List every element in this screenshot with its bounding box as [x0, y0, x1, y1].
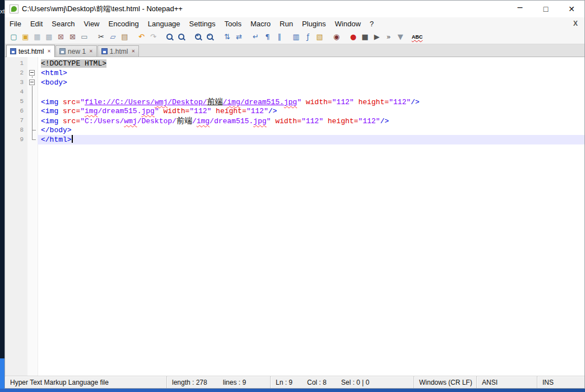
menu-item-language[interactable]: Language: [143, 18, 185, 29]
close-button[interactable]: ✕: [559, 1, 584, 17]
tab-1-html[interactable]: 1.html✕: [97, 45, 139, 57]
code-text[interactable]: <img src="img/dream515.jpg" width="112" …: [38, 106, 584, 116]
copy-icon: ▱: [110, 33, 116, 40]
menu-item-window[interactable]: Window: [331, 18, 365, 29]
function-list-button[interactable]: ƒ: [302, 31, 314, 43]
editor-line-6: 6<img src="img/dream515.jpg" width="112"…: [5, 106, 584, 116]
open-folder-button[interactable]: ▣: [20, 31, 31, 43]
status-insert-mode[interactable]: INS: [537, 376, 584, 388]
toolbar-separator: [159, 32, 164, 42]
save-all-button[interactable]: ▩: [43, 31, 55, 43]
notepadpp-app-icon[interactable]: [10, 4, 18, 13]
tab-new-1[interactable]: new 1✕: [55, 45, 97, 57]
code-text[interactable]: <img src="file://C:/Users/wmj/Desktop/前端…: [38, 97, 584, 106]
find-icon: [166, 33, 174, 40]
line-number[interactable]: 9: [5, 135, 27, 144]
paste-button[interactable]: ▤: [119, 31, 131, 43]
line-number[interactable]: 4: [5, 87, 27, 97]
fold-toggle[interactable]: [27, 78, 38, 87]
close-tab-icon[interactable]: ✕: [130, 49, 135, 54]
status-eol-format[interactable]: Windows (CR LF): [414, 376, 477, 388]
save-button[interactable]: ▦: [31, 31, 43, 43]
close-all-button[interactable]: ⊠: [67, 31, 78, 43]
line-number[interactable]: 1: [5, 59, 27, 68]
find-button[interactable]: [164, 31, 176, 43]
code-segment: width=: [306, 98, 332, 106]
spell-check-button[interactable]: ABC: [411, 31, 423, 43]
save-macro-button[interactable]: ▼: [394, 31, 406, 43]
code-segment: width=: [275, 117, 301, 125]
code-segment: jpg: [253, 117, 266, 125]
replace-button[interactable]: [176, 31, 188, 43]
cut-button[interactable]: ✂: [95, 31, 107, 43]
copy-button[interactable]: ▱: [107, 31, 119, 43]
menubar-close-document-button[interactable]: X: [567, 20, 584, 27]
line-number[interactable]: 2: [5, 68, 27, 78]
close-tab-icon[interactable]: ✕: [46, 49, 51, 54]
code-text[interactable]: [38, 87, 584, 97]
line-number[interactable]: 5: [5, 97, 27, 106]
record-macro-button[interactable]: ●: [347, 31, 359, 43]
tab-label: new 1: [68, 48, 86, 55]
minimize-button[interactable]: –: [507, 1, 533, 17]
monitoring-button[interactable]: ◉: [331, 31, 342, 43]
word-wrap-button[interactable]: ↵: [250, 31, 262, 43]
zoom-sign: +: [196, 34, 199, 38]
menu-item-view[interactable]: View: [80, 18, 104, 29]
code-segment: file://C:/Users/: [85, 98, 155, 106]
menu-item-encoding[interactable]: Encoding: [104, 18, 143, 29]
menu-item-settings[interactable]: Settings: [185, 18, 220, 29]
status-length-lines: length : 278 lines : 9: [167, 376, 271, 388]
zoom-out-button[interactable]: −: [205, 31, 216, 43]
menu-item-macro[interactable]: Macro: [246, 18, 275, 29]
show-all-characters-button[interactable]: ¶: [262, 31, 273, 43]
tab-test-html[interactable]: test.html✕: [6, 45, 55, 57]
playback-macro-button[interactable]: ▶: [371, 31, 383, 43]
fold-collapse-icon[interactable]: [29, 70, 35, 76]
editor-line-7: 7<img src="C:/Users/wmj/Desktop/前端/img/d…: [5, 116, 584, 125]
close-tab-icon[interactable]: ✕: [88, 49, 93, 54]
fold-toggle[interactable]: [27, 68, 38, 78]
misspelled-word: img: [197, 117, 210, 125]
line-number[interactable]: 6: [5, 106, 27, 116]
print-button[interactable]: ▭: [78, 31, 90, 43]
line-number[interactable]: 8: [5, 125, 27, 135]
maximize-button[interactable]: □: [533, 1, 559, 17]
menu-item-file[interactable]: File: [5, 18, 26, 29]
stop-recording-button[interactable]: ■: [359, 31, 371, 43]
fold-collapse-icon[interactable]: [29, 80, 35, 85]
status-doc-type: Hyper Text Markup Language file: [5, 376, 167, 388]
toolbar-separator: [342, 32, 347, 42]
code-segment: ": [297, 98, 306, 106]
document-map-button[interactable]: ▥: [290, 31, 302, 43]
menu-item-plugins[interactable]: Plugins: [298, 18, 331, 29]
function-list-icon: ƒ: [307, 33, 309, 40]
code-text[interactable]: </body>: [38, 125, 584, 135]
code-text[interactable]: </html>: [38, 135, 584, 144]
folder-as-workspace-button[interactable]: ▧: [314, 31, 326, 43]
undo-button[interactable]: ↶: [136, 31, 147, 43]
code-text[interactable]: <img src="C:/Users/wmj/Desktop/前端/img/dr…: [38, 116, 584, 125]
zoom-in-button[interactable]: +: [193, 31, 205, 43]
indent-guide-button[interactable]: ∥: [273, 31, 285, 43]
menu-item-edit[interactable]: Edit: [26, 18, 47, 29]
close-file-button[interactable]: ⊠: [55, 31, 67, 43]
run-macro-multiple-button[interactable]: »: [383, 31, 394, 43]
code-text[interactable]: <html>: [38, 68, 584, 78]
line-number[interactable]: 7: [5, 116, 27, 125]
editor[interactable]: 1<!DOCTYPE HTML>2<html>3<body>45<img src…: [5, 57, 584, 376]
menu-item-help[interactable]: ?: [365, 18, 378, 29]
replace-icon: [178, 33, 185, 40]
line-number[interactable]: 3: [5, 78, 27, 87]
code-text[interactable]: <!DOCTYPE HTML>: [38, 59, 584, 68]
status-encoding[interactable]: ANSI: [477, 376, 537, 388]
redo-button[interactable]: ↷: [147, 31, 159, 43]
new-file-button[interactable]: ▢: [8, 31, 20, 43]
menu-item-search[interactable]: Search: [47, 18, 79, 29]
sync-horizontal-scroll-button[interactable]: ⇄: [233, 31, 245, 43]
menu-item-run[interactable]: Run: [275, 18, 298, 29]
sync-vertical-scroll-button[interactable]: ⇅: [221, 31, 233, 43]
code-segment: height=: [216, 107, 247, 115]
menu-item-tools[interactable]: Tools: [220, 18, 246, 29]
code-text[interactable]: <body>: [38, 78, 584, 87]
